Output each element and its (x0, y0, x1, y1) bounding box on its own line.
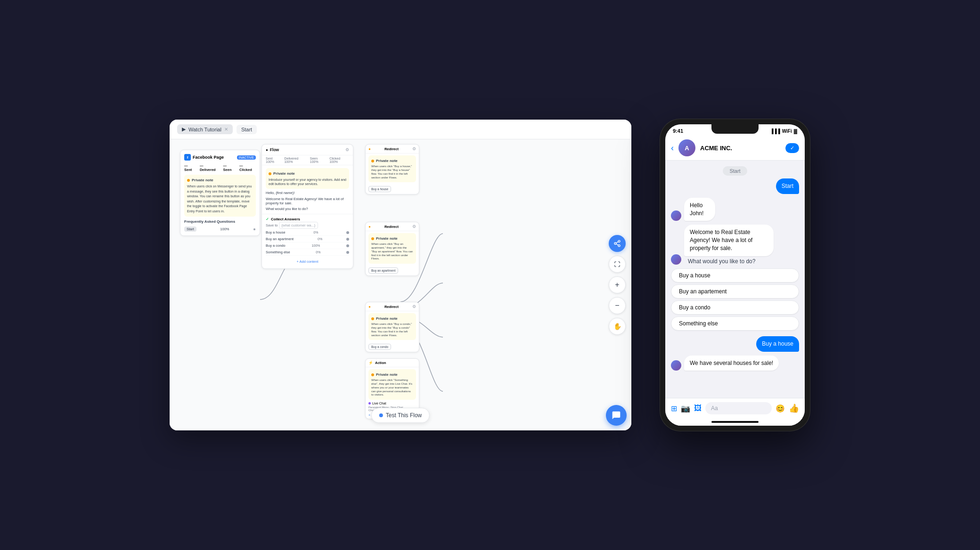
choice-button-1[interactable]: Buy an apartement (671, 284, 799, 299)
redirect2-settings-icon[interactable]: ⚙ (412, 224, 416, 229)
emoji-button[interactable]: 😊 (776, 404, 785, 413)
test-flow-button[interactable]: Test This Flow (371, 408, 430, 423)
home-bar (711, 421, 759, 423)
svg-line-3 (616, 244, 619, 245)
bot-response-row: We have several houses for sale! (671, 356, 799, 371)
expand-button[interactable] (609, 256, 626, 273)
chat-messages: Start Start Hello John! Welcome to Real (665, 161, 805, 398)
message-input[interactable]: Aa (705, 402, 772, 414)
like-button[interactable]: 👍 (789, 403, 799, 413)
output-connector (253, 228, 256, 231)
user-selection-message: Buy a house (756, 336, 799, 352)
flow-header: ▶ Watch Tutorial ✕ Start (170, 120, 631, 139)
minus-icon: − (615, 301, 619, 310)
redirect3-btn[interactable]: Buy a condo (368, 344, 391, 350)
redirect2-btn[interactable]: Buy an apartment (368, 267, 398, 274)
zoom-out-button[interactable]: − (609, 297, 626, 314)
flow-body: Welcome to Real Estate Agency! We have a… (266, 197, 349, 205)
live-chat-dot-icon (368, 402, 371, 404)
redirect2-note-card: Private note When users click "Buy an ap… (368, 233, 416, 264)
flow-question: What would you like to do? (266, 207, 349, 211)
phone-notch (711, 124, 759, 134)
chat-fab-button[interactable] (606, 405, 627, 426)
tab-watch-tutorial-label: Watch Tutorial (188, 127, 221, 132)
camera-icon[interactable]: 📷 (681, 404, 690, 413)
image-icon[interactable]: 🖼 (694, 404, 702, 413)
verified-button[interactable]: ✓ (785, 143, 799, 153)
answer-row-3: Something else0% (266, 249, 349, 256)
wifi-icon: WiFi (782, 129, 792, 134)
redirect1-settings-icon[interactable]: ⚙ (412, 146, 416, 151)
clicked-stat: — Clicked (239, 163, 256, 172)
facebook-icon: f (184, 154, 191, 161)
start-badge: Start (184, 226, 196, 232)
action-note-card: Private note When users click "Something… (368, 369, 416, 400)
phone-wrapper: 9:41 ▐▐▐ WiFi ▓ ‹ A ACME INC. ✓ Start (660, 119, 810, 431)
zoom-in-button[interactable]: + (609, 276, 626, 293)
action-note-text: When users click "Something else", they … (371, 379, 413, 397)
flow-settings-icon[interactable]: ⚙ (345, 147, 349, 152)
battery-icon: ▓ (794, 129, 797, 134)
input-icons: ⊞ 📷 🖼 (671, 404, 702, 413)
check-icon: ✓ (790, 145, 794, 151)
flow-builder-panel: ▶ Watch Tutorial ✕ Start f (170, 120, 631, 430)
bot-greeting-row: Hello John! (671, 198, 799, 221)
choice-buttons: Buy a houseBuy an apartementBuy a condoS… (671, 268, 799, 332)
fb-node-title: Facebook Page (193, 155, 224, 160)
choice-button-3[interactable]: Something else (671, 316, 799, 331)
answer-row-1: Buy an apartment0% (266, 236, 349, 243)
bot-avatar-1 (671, 210, 681, 221)
action-note-title: Private note (376, 372, 398, 377)
user-start-message: Start (776, 178, 799, 194)
tab-start[interactable]: Start (237, 125, 257, 134)
hand-icon: ✋ (613, 323, 621, 330)
hand-tool-button[interactable]: ✋ (609, 318, 626, 335)
svg-point-2 (618, 245, 620, 247)
redirect3-note-dot (371, 317, 374, 320)
flow-node: ● Flow ⚙ Sent 100% Delivered 100% Seen 1… (261, 144, 353, 269)
flow-note-card: Private note Introduce yourself or your … (266, 168, 349, 189)
bot-avatar-3 (671, 360, 681, 371)
svg-line-4 (616, 242, 619, 243)
test-flow-label: Test This Flow (386, 412, 422, 419)
redirect-node-buy-apartment: ● Redirect ⚙ Private note When users cli… (365, 222, 419, 276)
tab-watch-tutorial[interactable]: ▶ Watch Tutorial ✕ (177, 124, 233, 134)
collect-answers-section: ✓ Collect Answers Save to {what customer… (262, 214, 353, 268)
sidebar-note-card: Private note When users click on Messeng… (184, 175, 256, 217)
flow-node-stats: Sent 100% Delivered 100% Seen 100% Click… (262, 155, 353, 165)
phone-input-bar: ⊞ 📷 🖼 Aa 😊 👍 (665, 398, 805, 418)
share-button[interactable] (609, 235, 626, 252)
status-badge: INACTIVE (237, 155, 256, 160)
choice-button-0[interactable]: Buy a house (671, 268, 799, 283)
play-icon: ▶ (182, 126, 186, 132)
live-chat-row: Live Chat (368, 402, 416, 405)
redirect3-settings-icon[interactable]: ⚙ (412, 304, 416, 309)
messenger-header: ‹ A ACME INC. ✓ (665, 136, 805, 161)
bot-response-message: We have several houses for sale! (684, 356, 779, 371)
bot-welcome-row: Welcome to Real Estate Agency! We have a… (671, 225, 799, 264)
action-title: Action (375, 361, 386, 365)
bot-question: What would you like to do? (684, 258, 799, 265)
back-button[interactable]: ‹ (671, 143, 674, 153)
redirect1-btn[interactable]: Buy a house (368, 186, 391, 192)
redirect1-note-card: Private note When users click "Buy a hou… (368, 155, 416, 182)
sent-stat: — Sent (184, 163, 196, 172)
redirect3-title: Redirect (384, 305, 399, 309)
answer-rows: Buy a house0%Buy an apartment0%Buy a con… (266, 229, 349, 256)
redirect2-title: Redirect (384, 225, 399, 229)
facebook-page-node: f Facebook Page INACTIVE — Sent — Delive… (180, 150, 260, 236)
time-display: 9:41 (673, 128, 683, 134)
start-chip: Start (671, 166, 799, 175)
close-tab-icon[interactable]: ✕ (224, 127, 228, 132)
phone-frame: 9:41 ▐▐▐ WiFi ▓ ‹ A ACME INC. ✓ Start (660, 119, 810, 431)
flow-canvas: f Facebook Page INACTIVE — Sent — Delive… (170, 139, 631, 430)
company-name: ACME INC. (700, 145, 781, 152)
action-lightning-icon: ⚡ (368, 361, 373, 365)
grid-icon[interactable]: ⊞ (671, 404, 677, 413)
save-to-input[interactable]: {what customer wa...} (279, 222, 318, 229)
add-content-button[interactable]: + Add content (266, 258, 349, 266)
test-flow-dot-icon (379, 413, 383, 417)
start-pct: 100% (220, 227, 229, 231)
redirect3-note-card: Private note When users click "Buy a con… (368, 313, 416, 340)
choice-button-2[interactable]: Buy a condo (671, 300, 799, 315)
